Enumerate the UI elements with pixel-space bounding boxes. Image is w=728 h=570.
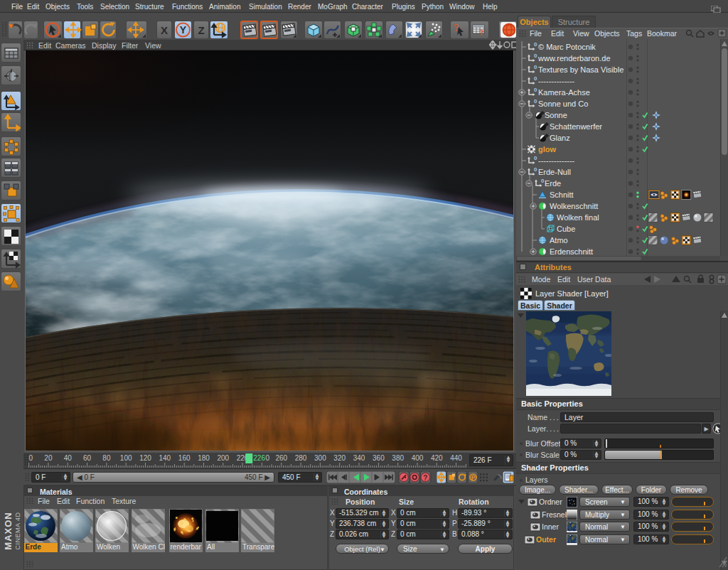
svg-text:0: 0: [265, 454, 269, 462]
svg-text:Erde: Erde: [545, 179, 561, 188]
svg-text:--------------: --------------: [538, 156, 575, 165]
svg-text:100: 100: [120, 454, 132, 462]
svg-text:Cube: Cube: [557, 225, 575, 233]
svg-text:Erdenschnitt: Erdenschnitt: [550, 247, 593, 256]
svg-text:0: 0: [534, 41, 537, 48]
svg-text:P: P: [471, 474, 476, 481]
svg-text:380: 380: [392, 454, 404, 462]
svg-text:200: 200: [217, 454, 229, 462]
svg-text:260: 260: [275, 454, 287, 462]
svg-text:180: 180: [198, 454, 210, 462]
svg-text:0: 0: [534, 75, 537, 82]
svg-text:140: 140: [159, 454, 171, 462]
svg-text:440: 440: [450, 454, 462, 462]
svg-text:20: 20: [44, 454, 53, 462]
svg-text:Sonne und Co: Sonne und Co: [538, 100, 588, 108]
svg-text:320: 320: [333, 454, 346, 462]
svg-text:Wolken final: Wolken final: [557, 213, 599, 222]
svg-text:120: 120: [139, 454, 151, 462]
svg-text:0: 0: [534, 64, 537, 70]
svg-text:Textures by Nasa Visible Eart: Textures by Nasa Visible Eart: [538, 65, 640, 74]
svg-text:Erde-Null: Erde-Null: [538, 168, 571, 176]
svg-text:--------------: --------------: [538, 77, 575, 85]
svg-text:© Marc Potocnik: © Marc Potocnik: [538, 43, 596, 51]
svg-text:www.renderbaron.de: www.renderbaron.de: [537, 54, 611, 63]
svg-text:0: 0: [534, 155, 537, 161]
svg-text:?: ?: [423, 474, 427, 482]
svg-text:Wolkenschnitt: Wolkenschnitt: [550, 202, 598, 210]
svg-text:Glanz: Glanz: [550, 134, 570, 142]
svg-text:0: 0: [29, 454, 33, 462]
svg-text:Y: Y: [180, 24, 187, 36]
svg-text:340: 340: [353, 454, 365, 462]
svg-text:400: 400: [412, 454, 424, 462]
svg-text:Schnitt: Schnitt: [550, 190, 574, 199]
svg-text:0: 0: [534, 98, 537, 104]
svg-text:0: 0: [534, 166, 537, 173]
svg-text:360: 360: [373, 454, 385, 462]
svg-text:226: 226: [253, 454, 265, 462]
svg-text:280: 280: [295, 454, 307, 462]
svg-text:160: 160: [178, 454, 191, 462]
svg-text:0: 0: [534, 53, 537, 59]
svg-text:300: 300: [314, 454, 326, 462]
svg-text:Sonne: Sonne: [545, 111, 567, 119]
svg-text:Kamera-Achse: Kamera-Achse: [538, 88, 590, 97]
svg-text:Schattenwerfer: Schattenwerfer: [550, 122, 602, 131]
svg-text:420: 420: [431, 454, 443, 462]
svg-text:?: ?: [479, 27, 484, 38]
svg-text:Atmo: Atmo: [550, 236, 568, 244]
svg-text:glow: glow: [538, 145, 556, 154]
svg-text:40: 40: [64, 454, 73, 462]
svg-text:80: 80: [102, 454, 111, 462]
svg-text:0: 0: [534, 87, 537, 93]
svg-text:60: 60: [83, 454, 92, 462]
